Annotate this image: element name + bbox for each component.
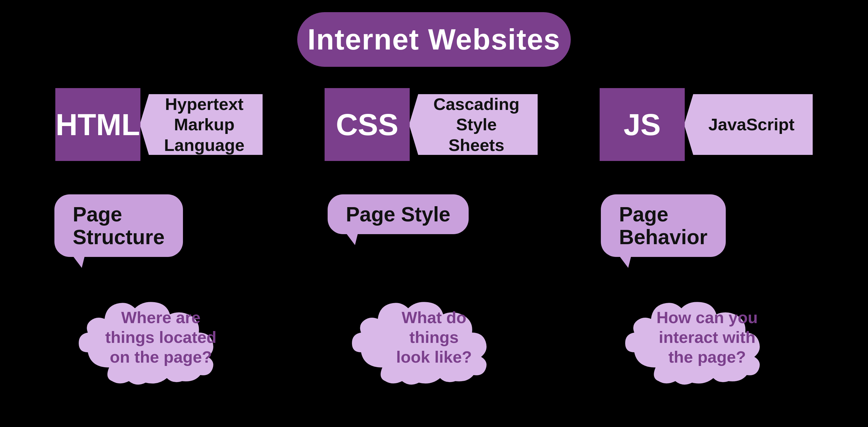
css-cloud: What do things look like? <box>346 289 522 386</box>
html-group: HTML Hypertext Markup Language <box>55 88 262 161</box>
html-box: HTML <box>55 88 141 161</box>
js-box: JS <box>600 88 685 161</box>
html-fullname-bubble: Hypertext Markup Language <box>140 94 262 155</box>
question-row: Where are things located on the page? Wh… <box>0 289 868 386</box>
page-role-row: Page Structure Page Style Page Behavior <box>0 194 868 257</box>
css-box: CSS <box>324 88 410 161</box>
js-cloud: How can you interact with the page? <box>619 289 795 386</box>
js-abbr: JS <box>624 107 661 142</box>
css-group: CSS Cascading Style Sheets <box>324 88 538 161</box>
html-role-text: Page Structure <box>73 203 164 249</box>
css-label-group: Page Style <box>328 194 540 234</box>
css-role-text: Page Style <box>346 203 451 226</box>
html-role-bubble: Page Structure <box>54 194 183 257</box>
header-oval: Internet Websites <box>297 12 571 67</box>
html-label-group: Page Structure <box>54 194 267 257</box>
html-abbr: HTML <box>56 107 140 142</box>
html-fullname-text: Hypertext Markup Language <box>164 94 244 155</box>
js-fullname-bubble: JavaScript <box>684 94 813 155</box>
js-fullname-text: JavaScript <box>708 114 795 135</box>
js-group: JS JavaScript <box>600 88 813 161</box>
css-arrow: Cascading Style Sheets <box>409 94 538 155</box>
page-title: Internet Websites <box>308 23 560 56</box>
html-cloud-container: Where are things located on the page? <box>54 289 267 386</box>
css-question-text: What do things look like? <box>355 308 513 367</box>
js-arrow: JavaScript <box>684 94 813 155</box>
js-question-text: How can you interact with the page? <box>628 308 786 367</box>
css-role-bubble: Page Style <box>328 194 469 234</box>
html-cloud: Where are things located on the page? <box>73 289 249 386</box>
html-question-text: Where are things located on the page? <box>82 308 240 367</box>
tech-row: HTML Hypertext Markup Language CSS Casca… <box>0 88 868 161</box>
js-role-text: Page Behavior <box>619 203 708 249</box>
css-fullname-bubble: Cascading Style Sheets <box>409 94 538 155</box>
js-label-group: Page Behavior <box>601 194 814 257</box>
js-role-bubble: Page Behavior <box>601 194 726 257</box>
js-cloud-container: How can you interact with the page? <box>601 289 814 386</box>
css-abbr: CSS <box>336 107 398 142</box>
html-arrow: Hypertext Markup Language <box>140 94 262 155</box>
css-cloud-container: What do things look like? <box>328 289 540 386</box>
css-fullname-text: Cascading Style Sheets <box>433 94 519 155</box>
